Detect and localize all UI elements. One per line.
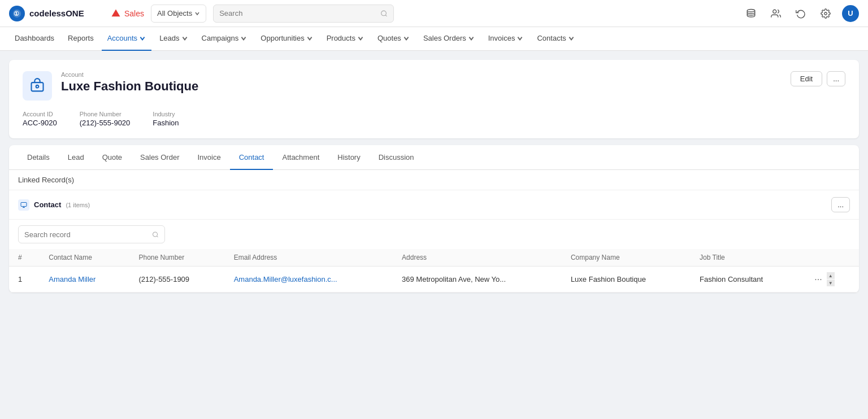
nav-item-dashboards[interactable]: Dashboards <box>9 27 60 51</box>
tab-history[interactable]: History <box>328 145 369 170</box>
cell-company: Luxe Fashion Boutique <box>562 267 691 293</box>
svg-point-5 <box>773 10 776 13</box>
tab-attachment[interactable]: Attachment <box>273 145 328 170</box>
account-id-value: ACC-9020 <box>23 119 57 127</box>
tab-lead[interactable]: Lead <box>59 145 93 170</box>
phone-label: Phone Number <box>80 111 131 117</box>
nav-item-contacts[interactable]: Contacts <box>531 27 580 51</box>
tab-quote[interactable]: Quote <box>93 145 131 170</box>
nav-item-campaigns[interactable]: Campaigns <box>196 27 253 51</box>
linked-records-label: Linked Record(s) <box>9 170 859 190</box>
quotes-dropdown-icon <box>403 35 410 42</box>
tab-sales-order[interactable]: Sales Order <box>131 145 188 170</box>
account-card: Account Luxe Fashion Boutique Edit ... A… <box>9 60 859 138</box>
industry-label: Industry <box>153 111 179 117</box>
svg-point-12 <box>153 232 157 236</box>
sales-orders-dropdown-icon <box>468 35 475 42</box>
contact-section-more-button[interactable]: ... <box>831 197 850 212</box>
tab-discussion[interactable]: Discussion <box>370 145 423 170</box>
contact-section: Contact (1 items) ... # Contact Name Pho… <box>9 190 859 293</box>
svg-point-8 <box>36 85 39 88</box>
svg-text:①: ① <box>14 10 19 16</box>
industry-value: Fashion <box>153 119 179 127</box>
nav-item-products[interactable]: Products <box>321 27 370 51</box>
col-job-title: Job Title <box>691 249 803 267</box>
invoices-dropdown-icon <box>517 35 523 42</box>
col-num: # <box>9 249 40 267</box>
main-content: Account Luxe Fashion Boutique Edit ... A… <box>0 51 868 302</box>
search-icon <box>380 10 388 18</box>
contact-name-link[interactable]: Amanda Miller <box>49 275 96 283</box>
contact-email-link[interactable]: Amanda.Miller@luxefashion.c... <box>234 275 337 283</box>
cell-contact-name: Amanda Miller <box>40 267 129 293</box>
row-more-button[interactable]: ··· <box>812 273 824 286</box>
users-icon-button[interactable] <box>767 5 784 22</box>
contact-section-title: Contact (1 items) <box>18 199 90 211</box>
svg-point-6 <box>824 12 827 15</box>
secondary-nav: Dashboards Reports Accounts Leads Campai… <box>0 27 868 51</box>
col-address: Address <box>393 249 562 267</box>
global-search-input[interactable] <box>219 9 377 18</box>
nav-item-reports[interactable]: Reports <box>62 27 99 51</box>
account-icon <box>23 71 52 101</box>
scroll-down-button[interactable]: ▼ <box>827 280 835 286</box>
nav-item-leads[interactable]: Leads <box>154 27 193 51</box>
search-record-bar <box>18 225 165 243</box>
svg-rect-7 <box>32 82 44 91</box>
account-header: Account Luxe Fashion Boutique Edit ... <box>23 71 845 101</box>
col-actions <box>803 249 859 267</box>
account-more-button[interactable]: ... <box>827 71 845 86</box>
logo-text: codelessONE <box>29 8 84 18</box>
scroll-up-button[interactable]: ▲ <box>827 272 835 279</box>
table-row: 1 Amanda Miller (212)-555-1909 Amanda.Mi… <box>9 267 859 293</box>
phone-value: (212)-555-9020 <box>80 119 131 127</box>
account-name: Luxe Fashion Boutique <box>61 79 782 94</box>
top-bar-right: U <box>743 5 859 22</box>
svg-point-3 <box>381 11 387 16</box>
database-icon-button[interactable] <box>743 5 760 22</box>
search-record-input[interactable] <box>24 230 149 239</box>
col-email: Email Address <box>225 249 393 267</box>
account-meta: Account ID ACC-9020 Phone Number (212)-5… <box>23 111 845 127</box>
col-phone: Phone Number <box>129 249 224 267</box>
tabs-bar: Details Lead Quote Sales Order Invoice C… <box>9 145 859 170</box>
nav-item-quotes[interactable]: Quotes <box>372 27 415 51</box>
account-info: Account Luxe Fashion Boutique <box>61 71 782 94</box>
edit-button[interactable]: Edit <box>791 71 822 86</box>
top-bar: ① codelessONE Sales All Objects U <box>0 0 868 27</box>
col-contact-name: Contact Name <box>40 249 129 267</box>
logo-icon: ① <box>9 6 25 21</box>
nav-item-opportunities[interactable]: Opportunities <box>255 27 318 51</box>
campaigns-dropdown-icon <box>240 35 247 42</box>
app-name: Sales <box>111 8 144 19</box>
svg-marker-2 <box>112 9 120 16</box>
account-label: Account <box>61 71 782 78</box>
products-dropdown-icon <box>357 35 364 42</box>
accounts-dropdown-icon <box>139 35 146 42</box>
nav-item-sales-orders[interactable]: Sales Orders <box>418 27 480 51</box>
cell-num: 1 <box>9 267 40 293</box>
svg-rect-9 <box>21 202 27 206</box>
tab-details[interactable]: Details <box>18 145 59 170</box>
industry-field: Industry Fashion <box>153 111 179 127</box>
all-objects-button[interactable]: All Objects <box>151 5 206 23</box>
logo-area: ① codelessONE <box>9 6 99 21</box>
opportunities-dropdown-icon <box>306 35 313 42</box>
cell-phone: (212)-555-1909 <box>129 267 224 293</box>
nav-item-accounts[interactable]: Accounts <box>102 27 151 51</box>
tab-contact[interactable]: Contact <box>230 145 274 170</box>
search-record-icon <box>152 231 159 238</box>
settings-icon-button[interactable] <box>817 5 834 22</box>
cell-address: 369 Metropolitan Ave, New Yo... <box>393 267 562 293</box>
tabs-card: Details Lead Quote Sales Order Invoice C… <box>9 145 859 293</box>
tab-invoice[interactable]: Invoice <box>188 145 229 170</box>
contacts-dropdown-icon <box>568 35 575 42</box>
global-search-bar <box>213 5 394 23</box>
col-company: Company Name <box>562 249 691 267</box>
account-actions: Edit ... <box>791 71 845 86</box>
contact-section-icon <box>18 199 29 211</box>
history-icon-button[interactable] <box>792 5 809 22</box>
user-avatar[interactable]: U <box>842 5 859 22</box>
scroll-buttons: ▲ ▼ <box>827 272 835 286</box>
nav-item-invoices[interactable]: Invoices <box>483 27 530 51</box>
